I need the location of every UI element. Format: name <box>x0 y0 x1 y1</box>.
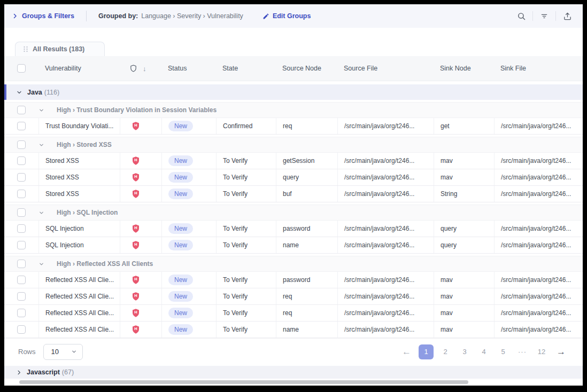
page-button[interactable]: 12 <box>534 344 549 359</box>
sort-descending-icon[interactable]: ↓ <box>143 65 146 73</box>
groups-filters-button[interactable]: Groups & Filters <box>12 12 74 20</box>
state-cell: To Verify <box>216 272 276 288</box>
group-accent-bar <box>4 84 6 100</box>
row-checkbox[interactable] <box>17 156 26 165</box>
severity-high-icon: H <box>131 156 141 166</box>
vulnerability-cell[interactable]: SQL Injection <box>38 221 120 237</box>
row-checkbox[interactable] <box>17 122 26 130</box>
page-button-active[interactable]: 1 <box>419 344 434 359</box>
sink-node-cell: mav <box>434 272 494 288</box>
subgroup-row[interactable]: High › Stored XSS <box>4 137 583 153</box>
pagination-bar: Rows 10 ← 1 2 3 4 5 ··· 12 → <box>4 338 583 365</box>
next-page-icon[interactable]: → <box>553 347 569 357</box>
subgroup-checkbox[interactable] <box>17 208 26 217</box>
table-row[interactable]: Stored XSS H New To Verify getSession /s… <box>4 153 583 169</box>
subgroup-checkbox[interactable] <box>17 106 26 114</box>
table-row[interactable]: Trust Boundary Violati... H New Confirme… <box>4 118 583 135</box>
source-file-cell: /src/main/java/org/t246... <box>337 153 434 169</box>
page-button[interactable]: 4 <box>476 344 491 359</box>
source-node-cell: password <box>276 272 337 288</box>
vulnerability-cell[interactable]: Reflected XSS All Clie... <box>38 288 120 304</box>
vulnerability-cell[interactable]: Reflected XSS All Clie... <box>38 305 120 321</box>
table-row[interactable]: Reflected XSS All Clie... H New To Verif… <box>4 322 583 338</box>
tab-all-results[interactable]: All Results (183) <box>15 42 105 56</box>
filter-icon[interactable] <box>536 8 552 24</box>
export-icon[interactable] <box>559 8 575 24</box>
page-button[interactable]: 5 <box>496 344 511 359</box>
vulnerability-cell[interactable]: Trust Boundary Violati... <box>38 118 120 134</box>
column-header-sink-node[interactable]: Sink Node <box>434 65 494 72</box>
edit-groups-button[interactable]: Edit Groups <box>262 12 311 20</box>
vulnerability-cell[interactable]: Stored XSS <box>38 153 120 169</box>
subgroup-checkbox[interactable] <box>17 140 26 149</box>
row-checkbox[interactable] <box>17 190 26 198</box>
status-badge: New <box>168 172 193 183</box>
search-icon[interactable] <box>513 8 529 24</box>
table-row[interactable]: Reflected XSS All Clie... H New To Verif… <box>4 305 583 322</box>
chevron-right-icon[interactable] <box>16 370 22 375</box>
source-file-cell: /src/main/java/org/t246... <box>337 221 434 237</box>
row-checkbox[interactable] <box>17 276 26 284</box>
group-row-java[interactable]: Java (116) <box>4 84 583 100</box>
column-header-sink-file[interactable]: Sink File <box>494 65 583 72</box>
source-node-cell: password <box>276 221 337 237</box>
sink-file-cell: /src/main/java/org/t246... <box>494 118 583 134</box>
groups-filters-label: Groups & Filters <box>22 12 74 20</box>
source-file-cell: /src/main/java/org/t246... <box>337 169 434 185</box>
column-header-status[interactable]: Status <box>161 65 216 72</box>
source-file-cell: /src/main/java/org/t246... <box>337 237 434 253</box>
row-checkbox[interactable] <box>17 173 26 182</box>
toolbar-right <box>513 8 575 24</box>
subgroup-row[interactable]: High › SQL Injection <box>4 205 583 221</box>
rows-per-page-value: 10 <box>51 348 59 356</box>
page-button[interactable]: 3 <box>457 344 472 359</box>
divider <box>555 11 556 21</box>
column-header-severity[interactable]: ↓ <box>120 64 161 73</box>
column-header-source-node[interactable]: Source Node <box>276 65 337 72</box>
drag-handle-icon[interactable] <box>23 46 28 52</box>
vulnerability-cell[interactable]: Stored XSS <box>38 186 120 202</box>
vulnerability-cell[interactable]: Reflected XSS All Clie... <box>38 322 120 338</box>
table-row[interactable]: Reflected XSS All Clie... H New To Verif… <box>4 272 583 288</box>
chevron-down-icon[interactable] <box>38 107 52 113</box>
row-checkbox[interactable] <box>17 292 26 301</box>
vulnerability-cell[interactable]: Stored XSS <box>38 169 120 185</box>
chevron-down-icon[interactable] <box>38 261 52 267</box>
vulnerability-cell[interactable]: Reflected XSS All Clie... <box>38 272 120 288</box>
chevron-down-icon <box>71 349 77 355</box>
column-header-state[interactable]: State <box>216 65 276 72</box>
column-header-source-file[interactable]: Source File <box>337 65 434 72</box>
table-row[interactable]: Stored XSS H New To Verify query /src/ma… <box>4 169 583 186</box>
grouped-by-value: Language › Severity › Vulnerability <box>141 12 243 20</box>
select-all-checkbox[interactable] <box>17 64 26 73</box>
table-row[interactable]: SQL Injection H New To Verify name /src/… <box>4 237 583 254</box>
group-row-javascript[interactable]: Javascript (67) <box>4 366 583 379</box>
severity-high-icon: H <box>131 121 141 131</box>
prev-page-icon[interactable]: ← <box>399 347 414 357</box>
tab-label: All Results (183) <box>33 45 84 53</box>
status-badge: New <box>168 240 193 250</box>
chevron-down-icon[interactable] <box>38 142 52 148</box>
table-row[interactable]: SQL Injection H New To Verify password /… <box>4 221 583 237</box>
status-badge: New <box>168 155 193 166</box>
subgroup-row[interactable]: High › Reflected XSS All Clients <box>4 256 583 272</box>
vulnerability-cell[interactable]: SQL Injection <box>38 237 120 253</box>
status-badge: New <box>168 223 193 234</box>
subgroup-label: High › Stored XSS <box>52 141 583 148</box>
column-header-vulnerability[interactable]: Vulnerability <box>38 65 120 72</box>
horizontal-scrollbar-thumb[interactable] <box>19 380 468 384</box>
row-checkbox[interactable] <box>17 325 26 334</box>
chevron-down-icon[interactable] <box>16 89 22 96</box>
table-row[interactable]: Stored XSS H New To Verify buf /src/main… <box>4 186 583 202</box>
row-checkbox[interactable] <box>17 241 26 249</box>
chevron-down-icon[interactable] <box>38 210 52 216</box>
row-checkbox[interactable] <box>17 224 26 233</box>
subgroup-row[interactable]: High › Trust Boundary Violation in Sessi… <box>4 102 583 118</box>
page-button[interactable]: 2 <box>438 344 453 359</box>
state-cell: To Verify <box>216 288 276 304</box>
rows-per-page-select[interactable]: 10 <box>43 344 83 360</box>
subgroup-checkbox[interactable] <box>17 260 26 268</box>
source-node-cell: query <box>276 169 337 185</box>
table-row[interactable]: Reflected XSS All Clie... H New To Verif… <box>4 288 583 305</box>
row-checkbox[interactable] <box>17 309 26 317</box>
